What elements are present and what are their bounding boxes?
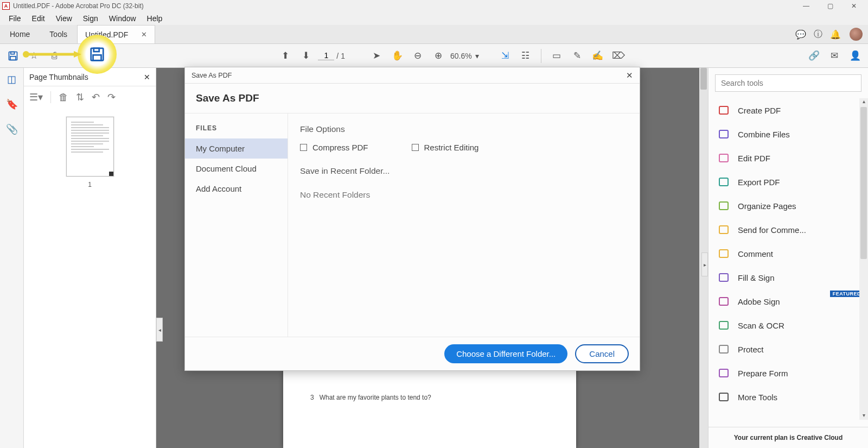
cancel-button[interactable]: Cancel (575, 344, 629, 363)
choose-folder-button[interactable]: Choose a Different Folder... (444, 344, 567, 363)
scroll-down-icon[interactable]: ▾ (860, 412, 867, 420)
save-icon[interactable] (4, 47, 22, 65)
scroll-up-icon[interactable]: ▴ (860, 98, 867, 106)
fit-width-icon[interactable]: ⇲ (496, 47, 514, 65)
stamp-icon[interactable]: ⌦ (610, 47, 627, 65)
select-tool-icon[interactable]: ➤ (368, 47, 385, 65)
dialog-close-icon[interactable]: ✕ (626, 71, 633, 80)
tool-label: Organize Pages (738, 201, 796, 211)
tool-label: Protect (738, 345, 764, 354)
notifications-icon[interactable]: 💬 (792, 25, 809, 43)
zoom-dropdown[interactable]: 60.6% ▾ (450, 52, 479, 60)
thumbnails-icon[interactable]: ◫ (7, 73, 16, 85)
nav-options-icon[interactable]: ☰▾ (29, 91, 43, 103)
svg-rect-1 (11, 52, 15, 54)
zoom-in-icon[interactable]: ⊕ (430, 47, 447, 65)
menu-edit[interactable]: Edit (27, 14, 50, 23)
menu-view[interactable]: View (50, 14, 78, 23)
page-current-input[interactable] (318, 51, 334, 60)
title-bar: A Untitled.PDF - Adobe Acrobat Pro DC (3… (0, 0, 868, 12)
nav-rotate-left-icon[interactable]: ↶ (92, 91, 100, 103)
tool-item-edit-pdf[interactable]: Edit PDF (709, 146, 868, 170)
collapse-nav-handle[interactable]: ◂ (156, 318, 163, 342)
email-icon[interactable]: ✉ (826, 47, 843, 65)
comment-icon[interactable]: ▭ (548, 47, 565, 65)
tool-item-send-for-comme-[interactable]: Send for Comme... (709, 218, 868, 242)
svg-rect-17 (719, 298, 728, 305)
attachments-icon[interactable]: 📎 (6, 123, 18, 135)
tool-item-more-tools[interactable]: More Tools (709, 385, 868, 409)
tool-icon (718, 248, 729, 259)
tool-item-fill-sign[interactable]: Fill & Sign (709, 266, 868, 289)
menu-window[interactable]: Window (104, 14, 142, 23)
tool-icon (718, 176, 729, 187)
menu-help[interactable]: Help (142, 14, 168, 23)
compress-pdf-checkbox[interactable]: Compress PDF (300, 143, 368, 152)
tool-icon (718, 153, 729, 163)
sign-tool-icon[interactable]: ✍ (589, 47, 607, 65)
tool-item-protect[interactable]: Protect (709, 337, 868, 361)
read-mode-icon[interactable]: ☷ (517, 47, 534, 65)
tool-label: Comment (738, 249, 773, 258)
nav-title: Page Thumbnails (29, 73, 88, 81)
help-icon[interactable]: ⓘ (809, 25, 827, 43)
search-tools-input[interactable] (715, 74, 861, 92)
tool-item-create-pdf[interactable]: Create PDF (709, 98, 868, 122)
maximize-button[interactable]: ▢ (818, 2, 842, 10)
dialog-heading: Save As PDF (185, 84, 640, 113)
tool-item-prepare-form[interactable]: Prepare Form (709, 361, 868, 385)
close-button[interactable]: ✕ (842, 2, 866, 10)
hand-tool-icon[interactable]: ✋ (388, 47, 406, 65)
page-thumbnails-panel: Page Thumbnails ✕ ☰▾ 🗑 ⇅ ↶ ↷ 1 (24, 68, 156, 448)
right-scrollbar-thumb[interactable] (860, 107, 867, 259)
zoom-out-icon[interactable]: ⊖ (409, 47, 426, 65)
featured-badge: FEATURED (830, 291, 864, 297)
svg-rect-2 (10, 56, 16, 60)
right-scrollbar[interactable]: ▴ ▾ (859, 98, 868, 420)
share-people-icon[interactable]: 👤 (846, 47, 864, 65)
tab-tools[interactable]: Tools (40, 25, 77, 43)
svg-rect-10 (719, 130, 728, 138)
svg-rect-18 (719, 321, 728, 329)
tab-close-icon[interactable]: ✕ (141, 30, 147, 39)
restrict-editing-checkbox[interactable]: Restrict Editing (412, 143, 479, 152)
nav-delete-icon[interactable]: 🗑 (59, 92, 68, 103)
page-up-icon[interactable]: ⬆ (277, 47, 294, 65)
tool-item-organize-pages[interactable]: Organize Pages (709, 194, 868, 218)
nav-rotate-right-icon[interactable]: ↷ (107, 91, 116, 103)
user-avatar[interactable] (850, 28, 863, 41)
tool-label: Export PDF (738, 178, 780, 187)
expand-right-handle[interactable]: ▸ (701, 253, 708, 276)
minimize-button[interactable]: — (794, 2, 818, 10)
share-link-icon[interactable]: 🔗 (805, 47, 822, 65)
tool-icon (718, 344, 729, 355)
tool-icon (718, 200, 729, 211)
nav-close-icon[interactable]: ✕ (144, 73, 150, 81)
no-recent-folders: No Recent Folders (300, 190, 628, 200)
menu-sign[interactable]: Sign (78, 14, 104, 23)
save-highlight-annotation (78, 35, 117, 74)
tool-item-adobe-sign[interactable]: Adobe SignFEATURED (709, 289, 868, 313)
svg-rect-15 (719, 250, 728, 257)
location-add-account[interactable]: Add Account (185, 179, 288, 199)
bell-icon[interactable]: 🔔 (827, 25, 844, 43)
svg-rect-4 (94, 48, 99, 52)
page-thumbnail[interactable] (66, 117, 114, 176)
tab-home[interactable]: Home (0, 25, 40, 43)
tool-item-combine-files[interactable]: Combine Files (709, 122, 868, 146)
scrollbar-thumb[interactable] (700, 68, 707, 90)
bookmarks-icon[interactable]: 🔖 (6, 98, 18, 110)
tool-item-scan-ocr[interactable]: Scan & OCR (709, 313, 868, 337)
menu-bar: File Edit View Sign Window Help (0, 12, 868, 25)
highlight-icon[interactable]: ✎ (569, 47, 586, 65)
tool-item-export-pdf[interactable]: Export PDF (709, 170, 868, 194)
tool-label: Send for Comme... (738, 225, 806, 235)
page-down-icon[interactable]: ⬇ (297, 47, 315, 65)
location-my-computer[interactable]: My Computer (185, 138, 288, 159)
tool-item-comment[interactable]: Comment (709, 242, 868, 266)
nav-insert-icon[interactable]: ⇅ (76, 91, 84, 103)
tool-icon (718, 392, 729, 402)
menu-file[interactable]: File (3, 14, 27, 23)
tool-label: Adobe Sign (738, 297, 780, 306)
location-document-cloud[interactable]: Document Cloud (185, 159, 288, 179)
